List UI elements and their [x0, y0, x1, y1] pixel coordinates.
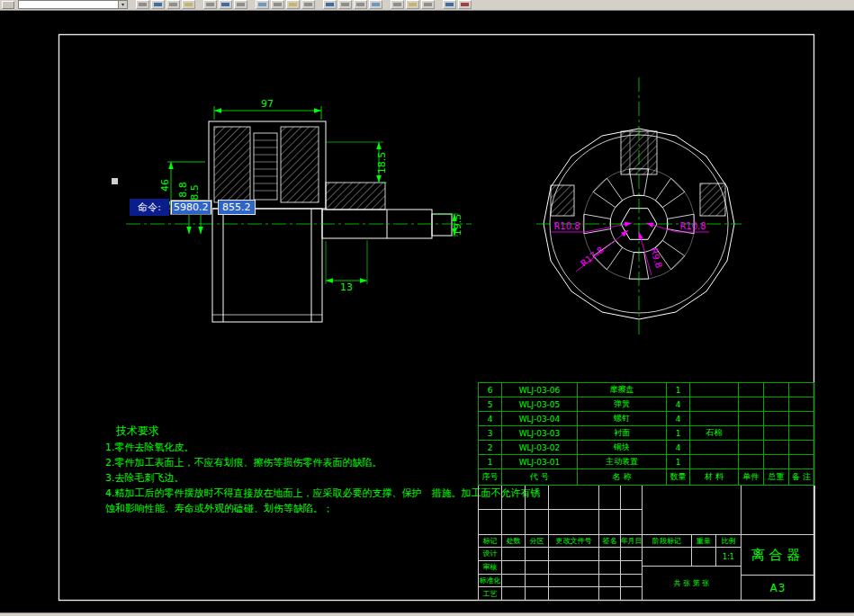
drawing-title-zone: 离合器 A3: [742, 486, 815, 601]
toolbar-icon-5[interactable]: [203, 0, 217, 9]
titleblock-cell-empty: [526, 486, 549, 510]
bom-code: WLJ-03-03: [502, 426, 578, 441]
command-prompt-label: 命令:: [130, 199, 169, 216]
bom-header-note: 备 注: [789, 469, 814, 486]
scale-value: 1:1: [716, 548, 742, 567]
titleblock-cell-empty: [502, 561, 526, 575]
toolbar-icon-7[interactable]: [234, 0, 247, 9]
titleblock-cell-empty: [549, 575, 599, 588]
titleblock-cell-empty: [742, 486, 815, 535]
drawing-title: 离合器: [742, 535, 815, 576]
titleblock-cell-empty: [599, 575, 621, 588]
bom-seq: 6: [479, 383, 502, 397]
rev-header-count: 处数: [502, 535, 526, 548]
sheet-count: 共 张 第 张: [643, 567, 742, 601]
bom-name: 主动装置: [578, 455, 667, 469]
bom-qty: 4: [667, 441, 690, 455]
bom-cell-empty: [764, 455, 789, 469]
bom-cell-empty: [764, 412, 789, 426]
toolbar-icon-10[interactable]: [286, 0, 300, 9]
titleblock-cell-empty: [479, 510, 502, 535]
titleblock-cell-empty: [621, 510, 643, 535]
toolbar-icon-13[interactable]: [338, 0, 352, 9]
toolbar-icon-11[interactable]: [301, 0, 315, 9]
role-check: 审核: [479, 561, 502, 575]
status-bar: [0, 612, 854, 616]
bom-header-code: 代 号: [502, 469, 578, 486]
bom-header-material: 材 料: [690, 469, 739, 486]
bom-qty: 4: [667, 397, 690, 412]
rev-header-doc-no: 更改文件号: [549, 535, 599, 548]
stage-mark-value: [643, 548, 692, 567]
toolbar-icon-6[interactable]: [219, 0, 232, 9]
toolbar-icon-8[interactable]: [256, 0, 269, 9]
dim-r-left-label: R10.8: [553, 221, 580, 231]
toolbar-icon-20[interactable]: [458, 0, 472, 9]
rev-header-sign: 签名: [599, 535, 621, 548]
bom-cell-empty: [789, 412, 814, 426]
weight-label: 重量: [692, 535, 716, 548]
toolbar-icon-2[interactable]: [151, 0, 165, 9]
bom-cell-empty: [789, 383, 814, 397]
dim-r-inner-label: R9.8: [649, 246, 664, 269]
weight-value: [692, 548, 716, 567]
titleblock-cell-empty: [599, 548, 621, 561]
titleblock-cell-empty: [526, 510, 549, 535]
rev-header-mark: 标记: [479, 535, 502, 548]
toolbar-icon-1[interactable]: [136, 0, 149, 9]
bom-seq: 5: [479, 397, 502, 412]
dim-width-label: 97: [261, 98, 274, 110]
bom-name: 螺钉: [578, 412, 667, 426]
bom-header-total-weight: 总重: [764, 469, 789, 486]
bom-cell-empty: [739, 412, 764, 426]
bom-cell-empty: [789, 397, 814, 412]
bom-code: WLJ-03-01: [502, 455, 578, 469]
stage-mark-label: 阶段标记: [643, 535, 692, 548]
role-craft: 工艺: [479, 587, 502, 601]
bom-qty: 4: [667, 412, 690, 426]
titleblock-cell-empty: [526, 548, 549, 561]
titleblock-cell-empty: [549, 587, 599, 601]
coordinate-y-field[interactable]: 855.2: [218, 200, 256, 215]
toolbar-icon-19[interactable]: [443, 0, 456, 9]
revision-grid: 标记 处数 分区 更改文件号 签名 年月日 设计 审核 标准化 工艺: [479, 486, 643, 601]
titleblock-cell-empty: [526, 587, 549, 601]
bom-header-name: 名 称: [578, 469, 667, 486]
toolbar-icon-18[interactable]: [421, 0, 435, 9]
technical-requirements: 技术要求 1.零件去除氧化皮。 2.零件加工表面上，不应有划痕、擦伤等损伤零件表…: [105, 424, 541, 516]
dim-height-label: 46: [159, 179, 171, 192]
bom-cell-empty: [739, 426, 764, 441]
toolbar-icon-4[interactable]: [182, 0, 195, 9]
toolbar-icon-9[interactable]: [271, 0, 284, 9]
bom-material: [690, 455, 739, 469]
chevron-down-icon[interactable]: ▾: [118, 1, 127, 8]
bom-name: 衬面: [578, 426, 667, 441]
bom-cell-empty: [764, 426, 789, 441]
role-design: 设计: [479, 548, 502, 561]
titleblock-cell-empty: [502, 548, 526, 561]
dim-r-right-label: R10.8: [679, 221, 706, 231]
toolbar-icon-15[interactable]: [369, 0, 382, 9]
toolbar-icon-3[interactable]: [166, 0, 180, 9]
stage-zone: 阶段标记 重量 比例 1:1 共 张 第 张: [643, 486, 742, 601]
dim-step-label: 18.5: [376, 152, 388, 174]
grip-point[interactable]: [112, 178, 118, 184]
titleblock-cell-empty: [502, 575, 526, 588]
role-standardization: 标准化: [479, 575, 502, 588]
bom-cell-empty: [789, 455, 814, 469]
rev-header-date: 年月日: [621, 535, 643, 548]
bom-code: WLJ-03-05: [502, 397, 578, 412]
toolbar-icon-16[interactable]: [391, 0, 404, 9]
bom-cell-empty: [739, 383, 764, 397]
bom-header-qty: 数量: [667, 469, 690, 486]
coordinate-x-input[interactable]: 5980.2: [170, 200, 212, 215]
toolbar-icon-12[interactable]: [323, 0, 337, 9]
toolbar-icon-17[interactable]: [406, 0, 419, 9]
toolbar-button-1[interactable]: [2, 1, 14, 9]
bom-seq: 3: [479, 426, 502, 441]
toolbar-combobox[interactable]: ▾: [18, 0, 128, 9]
titleblock-cell-empty: [621, 486, 643, 510]
toolbar-icon-14[interactable]: [354, 0, 367, 9]
bom-code: WLJ-03-04: [502, 412, 578, 426]
titleblock-cell-empty: [621, 587, 643, 601]
